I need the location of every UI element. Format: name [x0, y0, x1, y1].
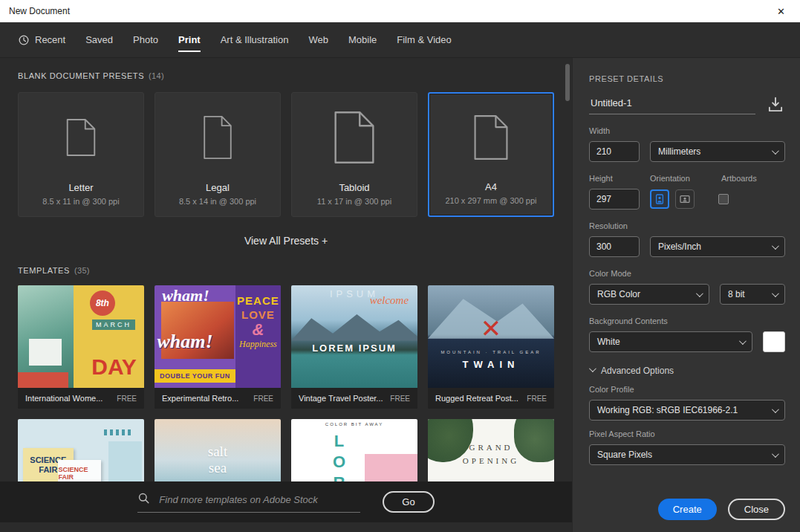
- thumb-text: salt sea: [155, 444, 281, 476]
- width-label: Width: [589, 126, 785, 135]
- template-name: Rugged Retreat Post...: [435, 394, 518, 403]
- preset-tabloid[interactable]: Tabloid 11 x 17 in @ 300 ppi: [291, 92, 417, 217]
- background-contents-dropdown[interactable]: White: [589, 331, 752, 352]
- dropdown-value: Pixels/Inch: [658, 241, 701, 252]
- chevron-down-icon: [772, 242, 779, 250]
- width-input[interactable]: [589, 141, 640, 162]
- templates-heading-text: TEMPLATES: [18, 266, 70, 275]
- chevron-down-icon: [772, 450, 779, 458]
- orientation-portrait-button[interactable]: [650, 189, 669, 209]
- tab-web[interactable]: Web: [308, 22, 328, 57]
- go-button[interactable]: Go: [383, 491, 434, 513]
- preset-grid: Letter 8.5 x 11 in @ 300 ppi Legal 8.5 x…: [18, 92, 554, 217]
- thumb-text: MOUNTAIN · TRAIL GEAR: [428, 350, 554, 354]
- dropdown-value: RGB Color: [597, 289, 640, 299]
- presets-panel: BLANK DOCUMENT PRESETS(14) Letter 8.5 x …: [0, 58, 572, 532]
- background-color-swatch[interactable]: [763, 331, 785, 352]
- free-badge: FREE: [390, 395, 410, 403]
- chevron-down-icon: [772, 406, 779, 413]
- page-icon: [474, 115, 508, 160]
- template-international-womens-day[interactable]: 8th MARCH DAY International Wome... FREE: [18, 285, 144, 409]
- blank-presets-heading-text: BLANK DOCUMENT PRESETS: [18, 71, 144, 80]
- resolution-unit-dropdown[interactable]: Pixels/Inch: [650, 236, 785, 257]
- dropdown-value: 8 bit: [728, 289, 745, 299]
- chevron-down-icon: [772, 147, 779, 155]
- free-badge: FREE: [117, 395, 137, 403]
- tab-art-illustration[interactable]: Art & Illustration: [221, 22, 289, 57]
- artboards-label: Artboards: [721, 174, 757, 183]
- document-name-input[interactable]: [589, 97, 755, 114]
- page-icon: [334, 111, 374, 163]
- artboards-checkbox[interactable]: [718, 194, 729, 204]
- color-profile-dropdown[interactable]: Working RGB: sRGB IEC61966-2.1: [589, 400, 785, 421]
- preset-size: 11 x 17 in @ 300 ppi: [317, 197, 391, 206]
- thumb-text: 8th: [90, 291, 115, 316]
- advanced-options-toggle[interactable]: Advanced Options: [589, 366, 785, 376]
- landscape-icon: [679, 193, 691, 205]
- tab-label: Photo: [133, 34, 158, 45]
- orientation-landscape-button[interactable]: [675, 189, 695, 209]
- resolution-input[interactable]: [589, 236, 640, 257]
- titlebar: New Document ✕: [0, 0, 800, 22]
- close-icon[interactable]: ✕: [773, 4, 790, 19]
- height-orientation-artboards-labels: Height Orientation Artboards: [589, 174, 785, 183]
- units-dropdown[interactable]: Millimeters: [650, 141, 785, 162]
- window-title: New Document: [9, 6, 70, 16]
- thumb-text: COLOR BIT AWAY: [291, 422, 417, 426]
- thumb-text: MARCH: [92, 319, 135, 330]
- bit-depth-dropdown[interactable]: 8 bit: [720, 284, 785, 305]
- blank-presets-heading: BLANK DOCUMENT PRESETS(14): [18, 71, 554, 80]
- template-thumbnail: wham! wham! DOUBLE YOUR FUN PEACE LOVE &…: [155, 285, 281, 388]
- search-icon: [137, 492, 150, 507]
- tab-label: Film & Video: [397, 34, 451, 45]
- thumb-text: &: [252, 322, 264, 337]
- create-button[interactable]: Create: [658, 499, 717, 520]
- tab-label: Art & Illustration: [221, 34, 289, 45]
- blank-presets-count: (14): [149, 71, 164, 80]
- chevron-down-icon: [696, 290, 703, 297]
- tab-film-video[interactable]: Film & Video: [397, 22, 451, 57]
- advanced-options-label: Advanced Options: [601, 366, 674, 376]
- template-vintage-travel-poster[interactable]: IPSUM welcome LOREM IPSUM Vintage Travel…: [291, 285, 417, 409]
- page-icon: [66, 119, 96, 156]
- portrait-icon: [654, 193, 666, 205]
- color-mode-dropdown[interactable]: RGB Color: [589, 284, 709, 305]
- preset-a4[interactable]: A4 210 x 297 mm @ 300 ppi: [428, 92, 554, 217]
- preset-letter[interactable]: Letter 8.5 x 11 in @ 300 ppi: [18, 92, 144, 217]
- template-experimental-retro[interactable]: wham! wham! DOUBLE YOUR FUN PEACE LOVE &…: [155, 285, 281, 409]
- tab-saved[interactable]: Saved: [85, 22, 113, 57]
- scrollbar-thumb[interactable]: [565, 64, 570, 101]
- save-preset-icon[interactable]: [766, 95, 785, 114]
- tab-recent[interactable]: Recent: [18, 22, 65, 57]
- close-button[interactable]: Close: [728, 499, 785, 520]
- thumb-text: TWAIN: [428, 359, 554, 370]
- thumb-text: LOREM IPSUM: [291, 343, 417, 354]
- template-rugged-retreat-poster[interactable]: ✕ MOUNTAIN · TRAIL GEAR TWAIN Rugged Ret…: [428, 285, 554, 409]
- tab-print[interactable]: Print: [178, 22, 201, 57]
- preset-details-heading: PRESET DETAILS: [589, 74, 785, 83]
- preset-size: 8.5 x 14 in @ 300 ppi: [179, 197, 256, 206]
- pixel-aspect-ratio-dropdown[interactable]: Square Pixels: [589, 444, 785, 465]
- height-input[interactable]: [589, 189, 640, 210]
- tab-label: Print: [178, 34, 201, 45]
- adobe-stock-searchbar: Go: [0, 481, 572, 522]
- chevron-down-icon: [589, 365, 596, 372]
- easel-logo-icon: ✕: [481, 316, 502, 341]
- color-mode-label: Color Mode: [589, 269, 785, 278]
- orientation-label: Orientation: [650, 174, 721, 183]
- tab-photo[interactable]: Photo: [133, 22, 158, 57]
- free-badge: FREE: [527, 395, 547, 403]
- dropdown-value: Millimeters: [658, 146, 700, 157]
- stock-search-input[interactable]: [159, 494, 360, 505]
- template-name: International Wome...: [25, 394, 103, 403]
- resolution-label: Resolution: [589, 221, 785, 230]
- new-document-dialog: New Document ✕ Recent Saved Photo Print …: [0, 0, 800, 532]
- tab-mobile[interactable]: Mobile: [348, 22, 377, 57]
- preset-size: 8.5 x 11 in @ 300 ppi: [42, 197, 119, 206]
- view-all-presets-link[interactable]: View All Presets +: [18, 235, 554, 247]
- free-badge: FREE: [253, 395, 273, 403]
- preset-size: 210 x 297 mm @ 300 ppi: [445, 196, 536, 205]
- preset-legal[interactable]: Legal 8.5 x 14 in @ 300 ppi: [155, 92, 281, 217]
- clock-icon: [18, 34, 30, 46]
- thumb-text: Happiness: [239, 339, 277, 350]
